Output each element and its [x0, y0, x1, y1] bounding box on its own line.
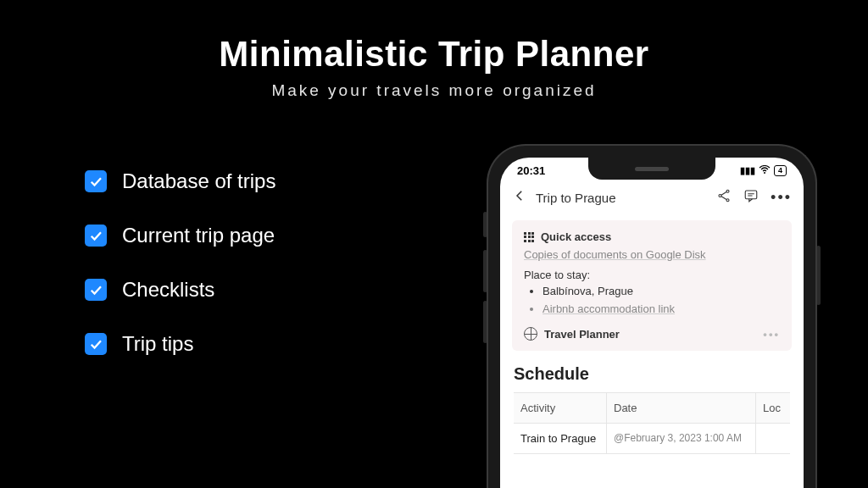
svg-rect-6 — [745, 191, 757, 199]
feature-item: Database of trips — [85, 169, 275, 193]
card-footer-label: Travel Planner — [544, 328, 620, 341]
battery-icon: 4 — [774, 165, 787, 176]
cell-activity: Train to Prague — [514, 424, 607, 453]
feature-item: Checklists — [85, 278, 275, 302]
page-subtitle: Make your travels more organized — [0, 81, 868, 100]
svg-line-4 — [721, 192, 726, 196]
more-icon[interactable]: ••• — [771, 190, 792, 205]
feature-item: Current trip page — [85, 224, 275, 247]
svg-point-1 — [719, 195, 721, 197]
feature-list: Database of trips Current trip page Chec… — [85, 169, 275, 356]
feature-label: Current trip page — [122, 224, 275, 247]
table-row[interactable]: Train to Prague @February 3, 2023 1:00 A… — [514, 424, 790, 454]
comment-icon[interactable] — [743, 188, 759, 207]
signal-icon: ▮▮▮ — [740, 165, 755, 176]
phone-mockup: 20:31 ▮▮▮ 4 Trip to Prague ••• — [487, 144, 817, 488]
status-time: 20:31 — [517, 164, 545, 177]
place-item: Balbínova, Prague — [542, 285, 780, 297]
table-header-row: Activity Date Loc — [514, 393, 790, 424]
check-icon — [85, 279, 107, 301]
check-icon — [85, 333, 107, 355]
col-activity: Activity — [514, 393, 607, 423]
check-icon — [85, 225, 107, 247]
phone-notch — [588, 158, 715, 180]
grid-icon — [524, 232, 534, 242]
feature-label: Trip tips — [122, 332, 193, 356]
svg-point-0 — [764, 172, 765, 174]
quick-access-card: Quick access Copies of documents on Goog… — [512, 220, 792, 351]
schedule-heading: Schedule — [514, 364, 790, 384]
card-title: Quick access — [541, 230, 611, 243]
cell-loc — [756, 424, 790, 453]
cell-date: @February 3, 2023 1:00 AM — [607, 424, 756, 453]
globe-icon — [524, 327, 537, 341]
svg-point-2 — [726, 190, 729, 192]
more-icon[interactable]: ••• — [763, 328, 780, 341]
screen-title: Trip to Prague — [536, 191, 708, 205]
share-icon[interactable] — [716, 188, 732, 207]
svg-line-5 — [721, 197, 726, 200]
col-date: Date — [607, 393, 756, 423]
wifi-icon — [759, 165, 771, 175]
app-bar: Trip to Prague ••• — [500, 183, 804, 212]
feature-label: Database of trips — [122, 169, 275, 193]
airbnb-link[interactable]: Airbnb accommodation link — [542, 301, 780, 318]
feature-item: Trip tips — [85, 332, 275, 356]
schedule-table: Activity Date Loc Train to Prague @Febru… — [514, 392, 790, 454]
documents-link[interactable]: Copies of documents on Google Disk — [524, 247, 780, 263]
page-title: Minimalistic Trip Planner — [0, 34, 868, 75]
col-loc: Loc — [756, 393, 790, 423]
back-icon[interactable] — [512, 188, 527, 207]
svg-point-3 — [726, 199, 729, 202]
feature-label: Checklists — [122, 278, 214, 302]
place-label: Place to stay: — [524, 269, 780, 281]
check-icon — [85, 170, 107, 192]
